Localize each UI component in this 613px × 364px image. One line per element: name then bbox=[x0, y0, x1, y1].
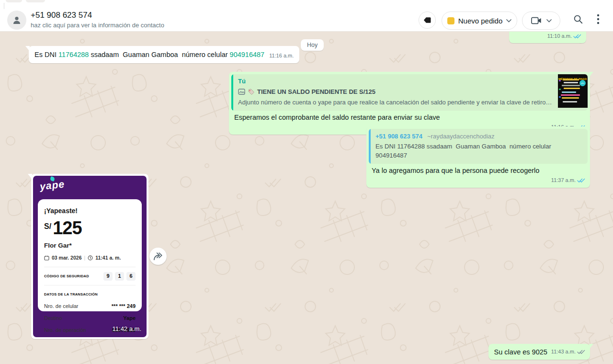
currency-symbol: S/ bbox=[44, 222, 51, 231]
message-time: 11:37 a.m. bbox=[551, 176, 576, 185]
quote-title: TIENE UN SALDO PENDIENTE DE S/125 bbox=[257, 87, 375, 96]
phone-link[interactable]: 904916487 bbox=[230, 51, 265, 58]
message-bubble-agregado[interactable]: +51 908 623 574 ~raydaaydaccenchodiaz Es… bbox=[366, 126, 590, 188]
receipt-time: 11:41 a. m. bbox=[95, 253, 121, 262]
avatar[interactable] bbox=[7, 11, 26, 30]
bubble-tail bbox=[589, 344, 594, 350]
security-code-label: CÓDIGO DE SEGURIDAD bbox=[44, 272, 89, 281]
message-text: Es DNI 11764288 ssadaam Guaman Gamboa nú… bbox=[34, 50, 264, 59]
delivered-receipt-icon bbox=[577, 349, 585, 354]
receipt-card: ¡Yapeaste! S/ 125 Flor Gar* 03 mar. 2026… bbox=[38, 199, 142, 311]
search-button[interactable] bbox=[573, 14, 583, 26]
calendar-icon bbox=[44, 255, 49, 261]
chevron-down-icon bbox=[506, 19, 511, 23]
message-bubble-clave[interactable]: Su clave es 9025 11:43 a.m. bbox=[488, 344, 590, 360]
date-divider: Hoy bbox=[301, 39, 324, 51]
contact-status: haz clic aquí para ver la información de… bbox=[31, 21, 164, 30]
bubble-tail bbox=[589, 72, 594, 78]
video-call-button[interactable] bbox=[522, 11, 560, 30]
quote-author: +51 908 623 574 bbox=[375, 133, 422, 140]
row-label: Nro. de celular bbox=[44, 302, 79, 311]
receipt-date: 03 mar. 2026 bbox=[52, 253, 81, 262]
row-label: Nro. de operación bbox=[44, 326, 86, 335]
message-time: 11:10 a.m. bbox=[547, 32, 572, 41]
message-bubble-saldo[interactable]: Tú TIENE UN SALDO PENDIENTE DE S/125 Adj… bbox=[229, 72, 590, 135]
quote-author: Tú bbox=[238, 77, 553, 86]
window-edge-line bbox=[4, 3, 4, 9]
transaction-section-label: DATOS DE LA TRANSACCIÓN bbox=[44, 290, 136, 299]
person-icon bbox=[11, 14, 23, 26]
read-receipt-icon bbox=[577, 178, 585, 183]
message-time: 11:42 a.m. bbox=[113, 324, 141, 333]
dni-link[interactable]: 11764288 bbox=[58, 51, 89, 58]
forward-button[interactable] bbox=[149, 248, 167, 265]
bubble-tail bbox=[25, 46, 30, 52]
labels-button[interactable] bbox=[419, 11, 436, 29]
kebab-menu-icon bbox=[597, 14, 600, 24]
row-label: Destino bbox=[44, 314, 62, 323]
security-digit: 1 bbox=[115, 272, 124, 281]
read-receipt-icon bbox=[573, 34, 581, 39]
message-time: 11:16 a.m. bbox=[269, 51, 294, 60]
tag-emoji-icon bbox=[248, 89, 255, 95]
quote-thumbnail[interactable]: MÉTODOS DE PAGO plin bbox=[558, 74, 588, 108]
message-text: Ya lo agregamos para que la persona pued… bbox=[369, 164, 588, 175]
transaction-row: Nro. de celular *** *** 249 bbox=[44, 302, 136, 311]
chat-header: +51 908 623 574 haz clic aquí para ver l… bbox=[0, 0, 613, 32]
quote-text: Es DNI 11764288 ssadaam Guaman Gamboa nú… bbox=[375, 142, 583, 160]
quote-preview: Adjunto número de cuenta o yape para que… bbox=[238, 98, 553, 107]
yape-receipt-image[interactable]: yape ¡Yapeaste! S/ 125 Flor Gar* 03 mar.… bbox=[33, 176, 147, 337]
security-digit: 9 bbox=[103, 272, 113, 281]
clock-icon bbox=[88, 255, 93, 261]
message-text: Su clave es 9025 bbox=[494, 348, 547, 357]
plin-badge: plin bbox=[579, 80, 586, 86]
amount-value: 125 bbox=[53, 219, 81, 237]
quote-author-alias: ~raydaaydaccenchodiaz bbox=[427, 133, 495, 140]
order-tag-icon bbox=[447, 17, 454, 24]
contact-name: +51 908 623 574 bbox=[31, 11, 164, 20]
message-time: 11:43 a.m. bbox=[551, 347, 576, 356]
row-value: *** *** 249 bbox=[112, 302, 136, 311]
new-order-button[interactable]: Nuevo pedido bbox=[442, 11, 517, 30]
forward-arrow-icon bbox=[153, 251, 163, 261]
window-edge-shape bbox=[6, 0, 22, 2]
search-icon bbox=[573, 14, 583, 24]
transaction-row: Destino Yape bbox=[44, 314, 136, 323]
chat-panel: Sí me indica por favor 11:10 a.m. Hoy Es… bbox=[0, 0, 613, 364]
recipient-name: Flor Gar* bbox=[44, 241, 136, 250]
quoted-message[interactable]: +51 908 623 574 ~raydaaydaccenchodiaz Es… bbox=[369, 129, 588, 164]
message-bubble-receipt[interactable]: yape ¡Yapeaste! S/ 125 Flor Gar* 03 mar.… bbox=[31, 174, 148, 339]
security-digit: 6 bbox=[126, 272, 136, 281]
video-camera-icon bbox=[531, 17, 542, 24]
chevron-down-icon bbox=[546, 19, 552, 23]
quoted-message[interactable]: Tú TIENE UN SALDO PENDIENTE DE S/125 Adj… bbox=[231, 74, 588, 111]
photo-icon bbox=[238, 89, 245, 95]
receipt-title: ¡Yapeaste! bbox=[44, 206, 136, 216]
bubble-tail bbox=[27, 174, 32, 180]
yape-logo: yape bbox=[39, 179, 65, 191]
new-order-label: Nuevo pedido bbox=[458, 17, 503, 25]
row-value: Yape bbox=[123, 314, 136, 323]
date-separator: | bbox=[84, 253, 85, 262]
contact-info[interactable]: +51 908 623 574 haz clic aquí para ver l… bbox=[31, 11, 164, 30]
message-text: Esperamos el comprobante del saldo resta… bbox=[231, 111, 588, 122]
menu-button[interactable] bbox=[597, 14, 600, 26]
window-edge-shape bbox=[26, 0, 45, 2]
label-icon bbox=[422, 15, 432, 25]
message-bubble-dni[interactable]: Es DNI 11764288 ssadaam Guaman Gamboa nú… bbox=[29, 46, 299, 63]
